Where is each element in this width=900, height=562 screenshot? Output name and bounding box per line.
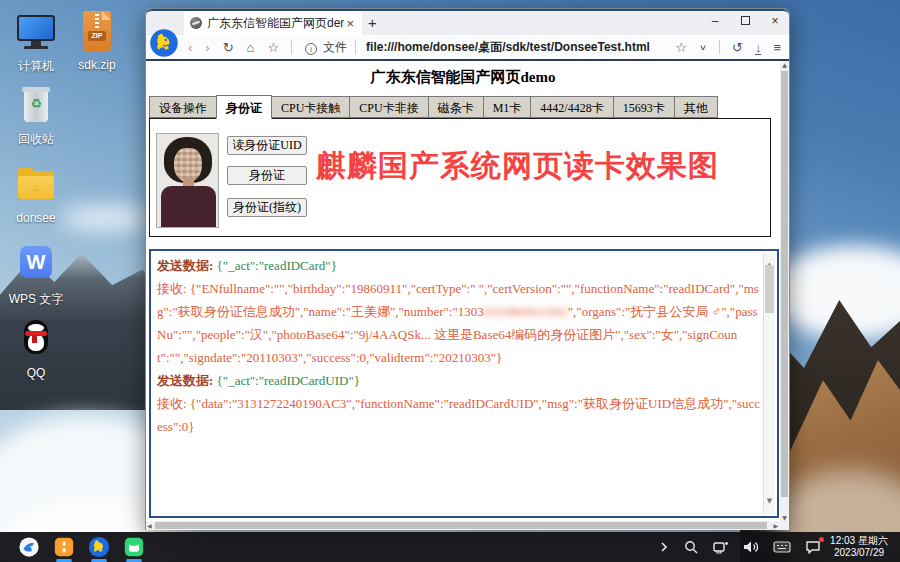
zip-file-icon: ZIP <box>75 10 119 54</box>
input-method-keyboard-icon[interactable] <box>773 540 791 554</box>
reload-icon[interactable]: ↻ <box>223 40 234 55</box>
minimize-button[interactable]: – <box>707 14 723 28</box>
search-icon[interactable] <box>683 539 699 555</box>
scroll-left-icon[interactable]: ◀ <box>147 521 152 530</box>
page-tab-CPU卡接触[interactable]: CPU卡接触 <box>271 96 350 118</box>
log-entry: 发送数据: {"_act":"readIDCardUID"} <box>157 369 761 392</box>
address-bar[interactable]: file:///home/donsee/桌面/sdk/test/DonseeTe… <box>366 39 663 56</box>
log-entry: 接收: {"data":"3131272240190AC3","function… <box>157 392 761 438</box>
download-icon[interactable]: ↓ <box>755 43 762 55</box>
forward-icon[interactable]: › <box>205 40 209 55</box>
info-icon[interactable]: i <box>305 43 317 55</box>
favorite-star-icon[interactable]: ☆ <box>675 40 687 55</box>
start-menu-button[interactable] <box>18 536 40 558</box>
file-manager-button[interactable] <box>53 536 75 558</box>
scroll-down-icon[interactable]: ▼ <box>780 514 789 521</box>
log-scrollbar[interactable]: ▲ ▼ <box>763 253 775 514</box>
scrollbar-thumb[interactable] <box>765 265 774 313</box>
desktop-icon-label: sdk.zip <box>64 58 130 72</box>
divider <box>291 40 292 54</box>
divider <box>355 40 356 54</box>
read-idcard-fingerprint-button[interactable]: 身份证(指纹) <box>227 198 307 217</box>
cloud <box>60 205 150 231</box>
desktop-icon-donsee-folder[interactable]: ⌂ donsee <box>3 163 69 225</box>
taskbar: 12:03 星期六 2023/07/29 <box>0 532 900 562</box>
volume-icon[interactable] <box>742 539 760 555</box>
log-content: 发送数据: {"_act":"readIDCard"}接收: {"ENfulln… <box>157 254 761 438</box>
desktop-icon-sdk-zip[interactable]: ZIP sdk.zip <box>64 10 130 72</box>
page-tabstrip: 设备操作身份证CPU卡接触CPU卡非接磁条卡M1卡4442/4428卡15693… <box>149 95 718 118</box>
protocol-label: 文件 <box>323 39 347 56</box>
desktop-icon-qq[interactable]: QQ <box>3 318 69 380</box>
log-entry: 发送数据: {"_act":"readIDCard"} <box>157 254 761 277</box>
scroll-down-icon[interactable]: ▼ <box>764 490 775 513</box>
home-icon[interactable]: ⌂ <box>247 40 255 55</box>
desktop-icon-label: donsee <box>3 211 69 225</box>
page-horizontal-scrollbar[interactable]: ◀ ▶ <box>146 521 789 530</box>
scrollbar-thumb[interactable] <box>781 71 788 497</box>
window-titlebar[interactable]: 广东东信智能国产网页demo × + – × <box>146 9 789 35</box>
back-icon[interactable]: ‹ <box>188 40 192 55</box>
red-watermark-text: 麒麟国产系统网页读卡效果图 <box>316 146 719 187</box>
divider <box>719 40 720 54</box>
scroll-up-icon[interactable]: ▲ <box>780 61 789 68</box>
idcard-panel: 读身份证UID 身份证 身份证(指纹) 麒麟国产系统网页读卡效果图 <box>149 118 771 237</box>
page-tab-身份证[interactable]: 身份证 <box>216 95 272 119</box>
page-tab-磁条卡[interactable]: 磁条卡 <box>428 96 484 118</box>
desktop-icon-label: QQ <box>3 366 69 380</box>
browser-tab[interactable]: 广东东信智能国产网页demo × <box>184 11 362 35</box>
desktop-icon-label: 回收站 <box>3 131 69 148</box>
tray-expand-chevron-icon[interactable] <box>658 539 670 555</box>
computer-icon <box>14 10 58 54</box>
scroll-right-icon[interactable]: ▶ <box>773 521 778 530</box>
desktop-icon-label: 计算机 <box>3 58 69 75</box>
browser-taskbar-button[interactable] <box>88 536 110 558</box>
new-tab-button[interactable]: + <box>368 14 377 31</box>
history-undo-icon[interactable]: ↺ <box>732 40 743 55</box>
desktop-icon-wps[interactable]: W WPS 文字 <box>3 243 69 308</box>
clock-date: 2023/07/29 <box>826 547 892 559</box>
maximize-button[interactable] <box>737 14 753 28</box>
browser-toolbar: ‹ › ↻ ⌂ ☆ i 文件 file:///home/donsee/桌面/sd… <box>146 35 789 61</box>
notification-bubble-icon[interactable] <box>804 539 822 555</box>
desktop-screen: 计算机 ZIP sdk.zip ♻ 回收站 ⌂ donsee W WPS 文字 … <box>0 0 900 562</box>
page-tab-其他[interactable]: 其他 <box>674 96 718 118</box>
page-tab-M1卡[interactable]: M1卡 <box>483 96 532 118</box>
idcard-photo <box>156 133 219 228</box>
page-tab-CPU卡非接[interactable]: CPU卡非接 <box>349 96 428 118</box>
wps-icon: W <box>14 243 58 287</box>
log-entry: 接收: {"ENfullname":"","birthday":"1986091… <box>157 277 761 369</box>
browser-window: 广东东信智能国产网页demo × + – × ‹ › ↻ ⌂ ☆ i 文件 fi… <box>145 8 790 530</box>
close-button[interactable]: × <box>767 14 783 28</box>
page-tab-设备操作[interactable]: 设备操作 <box>149 96 217 118</box>
browser-tab-title: 广东东信智能国产网页demo <box>207 15 344 32</box>
bookmark-star-icon[interactable]: ☆ <box>267 40 279 55</box>
clock-time: 12:03 星期六 <box>826 535 892 547</box>
log-textarea[interactable]: 发送数据: {"_act":"readIDCard"}接收: {"ENfulln… <box>149 249 779 518</box>
desktop-icon-label: WPS 文字 <box>3 291 69 308</box>
chevron-down-icon[interactable]: ∨ <box>699 42 707 51</box>
page-content: 广东东信智能国产网页demo 设备操作身份证CPU卡接触CPU卡非接磁条卡M1卡… <box>146 61 789 530</box>
desktop-icon-recycle-bin[interactable]: ♻ 回收站 <box>3 83 69 148</box>
menu-icon[interactable]: ≡ <box>773 40 781 55</box>
green-app-button[interactable] <box>123 536 145 558</box>
folder-icon: ⌂ <box>14 163 58 207</box>
page-vertical-scrollbar[interactable]: ▲ ▼ <box>780 61 789 521</box>
read-idcard-button[interactable]: 身份证 <box>227 166 307 185</box>
browser-logo-tiger-icon <box>149 28 179 58</box>
read-idcard-uid-button[interactable]: 读身份证UID <box>227 136 307 155</box>
page-tab-4442/4428卡[interactable]: 4442/4428卡 <box>530 96 613 118</box>
page-favicon-globe-icon <box>190 17 202 29</box>
taskbar-clock[interactable]: 12:03 星期六 2023/07/29 <box>826 535 892 559</box>
scrollbar-thumb[interactable] <box>155 522 767 529</box>
recycle-bin-icon: ♻ <box>14 83 58 127</box>
page-tab-15693卡[interactable]: 15693卡 <box>613 96 675 118</box>
page-title: 广东东信智能国产网页demo <box>146 68 780 87</box>
qq-penguin-icon <box>14 318 58 362</box>
desktop-icon-computer[interactable]: 计算机 <box>3 10 69 75</box>
notification-dot <box>819 537 824 542</box>
tab-close-icon[interactable]: × <box>344 16 356 31</box>
network-icon[interactable] <box>712 539 729 555</box>
